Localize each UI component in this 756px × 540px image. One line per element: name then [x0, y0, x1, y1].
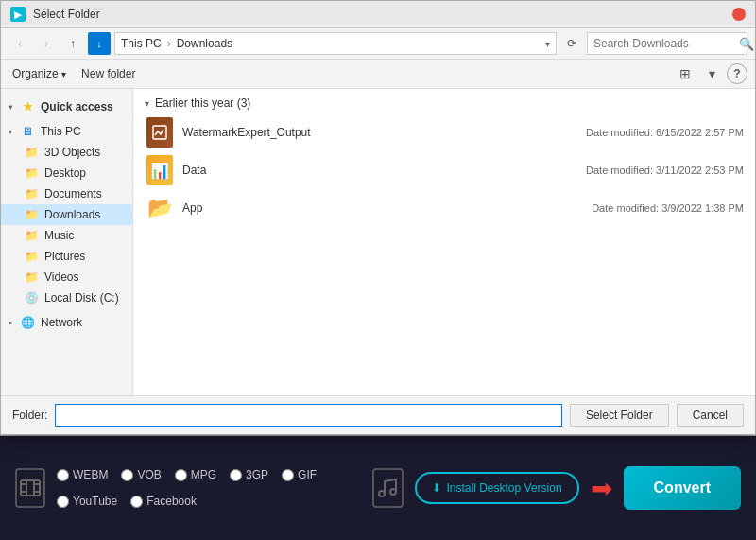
action-toolbar: Organize New folder ⊞ ▾ ? [1, 60, 755, 89]
title-bar-controls [732, 8, 746, 21]
converter-bar: WEBM VOB MPG 3GP GIF YouTube Facebook [0, 436, 756, 540]
format-mpg[interactable]: MPG [175, 468, 216, 481]
select-folder-button[interactable]: Select Folder [570, 404, 669, 427]
search-icon: 🔍 [739, 37, 754, 51]
refresh-button[interactable]: ⟳ [560, 32, 583, 55]
folder-videos-icon: 📁 [24, 270, 39, 285]
sidebar-item-3d-objects[interactable]: 📁 3D Objects [1, 142, 132, 163]
cancel-button[interactable]: Cancel [677, 404, 744, 427]
file-list: ▾ Earlier this year (3) WatermarkExpert_… [133, 89, 755, 395]
format-webm[interactable]: WEBM [57, 468, 108, 481]
sidebar-item-this-pc[interactable]: ▾ 🖥 This PC [1, 121, 132, 142]
svg-point-7 [379, 491, 385, 496]
address-bar[interactable]: This PC › Downloads ▾ [114, 32, 557, 55]
svg-point-8 [390, 489, 396, 495]
download-icon: ⬇ [432, 481, 441, 495]
help-button[interactable]: ? [727, 63, 747, 84]
pc-icon: 🖥 [20, 124, 35, 139]
music-icon [372, 468, 403, 508]
sidebar-item-downloads[interactable]: 📁 Downloads [1, 204, 132, 225]
dialog-overlay: ▶ Select Folder ‹ › ↑ ↓ This PC › Downlo… [0, 0, 756, 436]
star-icon: ★ [20, 99, 35, 114]
dialog-title: Select Folder [33, 8, 725, 21]
forward-button[interactable]: › [35, 32, 58, 55]
view-button[interactable]: ⊞ [674, 62, 696, 85]
folder-desktop-icon: 📁 [24, 165, 39, 181]
up-button[interactable]: ↑ [61, 32, 84, 55]
folder-docs-icon: 📁 [24, 186, 39, 201]
file-dialog: ▶ Select Folder ‹ › ↑ ↓ This PC › Downlo… [0, 0, 756, 435]
location-indicator: ↓ [88, 32, 111, 55]
file-item-app[interactable]: 📂 App Date modified: 3/9/2022 1:38 PM [137, 189, 751, 227]
address-downloads: Downloads [177, 37, 232, 50]
file-meta-watermark: Date modified: 6/15/2022 2:57 PM [586, 127, 744, 138]
file-item-watermark[interactable]: WatermarkExpert_Output Date modified: 6/… [137, 113, 751, 151]
organize-button[interactable]: Organize [9, 65, 70, 82]
sidebar-item-music[interactable]: 📁 Music [1, 225, 132, 246]
this-pc-section: ▾ 🖥 This PC 📁 3D Objects 📁 Desktop 📁 [1, 121, 132, 308]
format-gif[interactable]: GIF [282, 468, 317, 481]
close-button[interactable] [732, 8, 746, 21]
dialog-footer: Folder: Select Folder Cancel [1, 395, 755, 434]
disk-icon: 💿 [24, 290, 39, 305]
arrow-icon: ➡ [591, 473, 612, 504]
format-facebook[interactable]: Facebook [130, 495, 197, 508]
address-dropdown-button[interactable]: ▾ [545, 39, 550, 49]
sidebar-item-pictures[interactable]: 📁 Pictures [1, 246, 132, 267]
view-controls: ⊞ ▾ ? [674, 62, 747, 85]
file-name-data: Data [182, 164, 586, 177]
search-box: 🔍 [587, 32, 747, 55]
folder-3d-icon: 📁 [24, 145, 39, 160]
address-this-pc: This PC [121, 37, 162, 50]
folder-downloads-icon: 📁 [24, 207, 39, 222]
sidebar-item-videos[interactable]: 📁 Videos [1, 267, 132, 287]
film-icon [15, 468, 45, 508]
quick-access-section: ▾ ★ Quick access [1, 96, 132, 117]
new-folder-button[interactable]: New folder [77, 65, 139, 82]
group-header-earlier[interactable]: ▾ Earlier this year (3) [137, 93, 751, 113]
file-icon-watermark [145, 117, 175, 148]
folder-label: Folder: [12, 409, 47, 422]
file-icon-app: 📂 [145, 193, 175, 223]
install-desktop-button[interactable]: ⬇ Install Desktop Version [415, 472, 579, 504]
sidebar-item-documents[interactable]: 📁 Documents [1, 183, 132, 204]
network-icon: 🌐 [20, 315, 35, 330]
file-meta-data: Date modified: 3/11/2022 2:53 PM [586, 165, 744, 176]
svg-rect-0 [21, 480, 40, 496]
file-name-watermark: WatermarkExpert_Output [182, 126, 586, 139]
expand-arrow-this-pc: ▾ [9, 128, 12, 136]
title-bar: ▶ Select Folder [1, 1, 755, 28]
back-button[interactable]: ‹ [9, 32, 31, 55]
file-item-data[interactable]: 📊 Data Date modified: 3/11/2022 2:53 PM [137, 151, 751, 189]
folder-music-icon: 📁 [24, 228, 39, 243]
format-vob[interactable]: VOB [121, 468, 161, 481]
sidebar-item-network[interactable]: ▸ 🌐 Network [1, 312, 132, 333]
format-youtube[interactable]: YouTube [57, 495, 117, 508]
file-meta-app: Date modified: 3/9/2022 1:38 PM [592, 202, 744, 214]
address-separator: › [167, 37, 171, 50]
network-section: ▸ 🌐 Network [1, 312, 132, 333]
format-3gp[interactable]: 3GP [230, 468, 268, 481]
main-content: ▾ ★ Quick access ▾ 🖥 This PC 📁 3D Object… [1, 89, 755, 395]
format-options: WEBM VOB MPG 3GP GIF YouTube Facebook [57, 468, 361, 508]
view-dropdown-button[interactable]: ▾ [700, 62, 723, 85]
sidebar-item-desktop[interactable]: 📁 Desktop [1, 163, 132, 183]
nav-toolbar: ‹ › ↑ ↓ This PC › Downloads ▾ ⟳ 🔍 [1, 28, 755, 60]
expand-arrow-network: ▸ [9, 319, 12, 327]
expand-arrow-quick-access: ▾ [9, 103, 12, 112]
sidebar: ▾ ★ Quick access ▾ 🖥 This PC 📁 3D Object… [1, 89, 133, 395]
convert-button[interactable]: Convert [624, 466, 741, 510]
app-icon: ▶ [10, 7, 26, 22]
folder-input[interactable] [55, 404, 562, 427]
folder-pics-icon: 📁 [24, 249, 39, 264]
search-input[interactable] [593, 37, 735, 50]
file-icon-data: 📊 [145, 155, 175, 185]
group-expand-icon: ▾ [145, 98, 149, 109]
sidebar-item-quick-access[interactable]: ▾ ★ Quick access [1, 96, 132, 117]
file-name-app: App [182, 201, 592, 215]
sidebar-item-local-disk[interactable]: 💿 Local Disk (C:) [1, 287, 132, 308]
